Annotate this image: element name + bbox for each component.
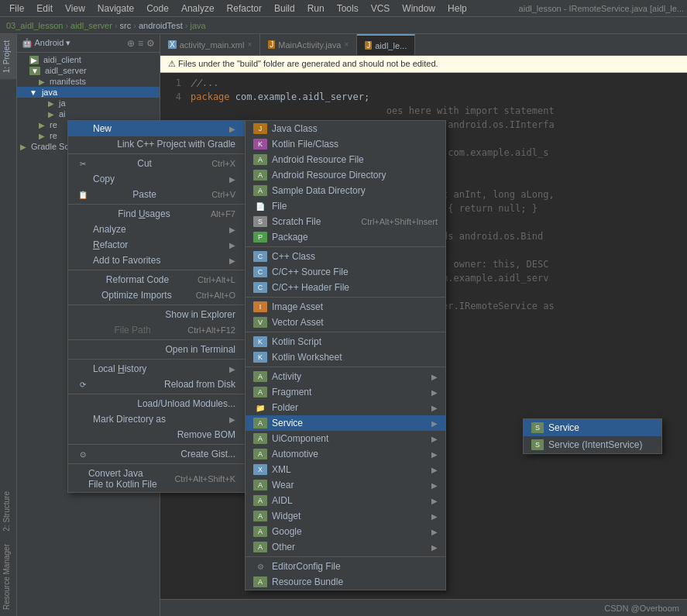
sub-item-java-class[interactable]: J Java Class [246, 121, 445, 136]
sub-item-kotlin-script[interactable]: K Kotlin Script [246, 334, 445, 349]
ctx-item-cut[interactable]: ✂ Cut Ctrl+X [68, 156, 245, 171]
panel-icon-collapse[interactable]: ≡ [138, 38, 143, 49]
ctx-item-gist[interactable]: ⊙ Create Gist... [68, 446, 245, 462]
ctx-item-paste[interactable]: 📋 Paste Ctrl+V [68, 187, 245, 202]
ctx-item-mark-dir[interactable]: Mark Directory as ▶ [68, 411, 245, 427]
ctx-item-file-path[interactable]: File Path Ctrl+Alt+F12 [68, 322, 245, 338]
menu-edit[interactable]: Edit [30, 2, 59, 15]
sub-item-package[interactable]: P Package [246, 229, 445, 245]
separator [68, 305, 245, 305]
tab-close-icon[interactable]: × [344, 40, 349, 49]
menu-view[interactable]: View [59, 2, 91, 15]
menu-vcs[interactable]: VCS [365, 2, 397, 15]
sub-item-automotive[interactable]: A Automotive ▶ [246, 446, 445, 462]
menu-file[interactable]: File [3, 2, 30, 15]
sub-item-resource-bundle[interactable]: A Resource Bundle [246, 574, 445, 590]
ctx-item-add-favorites[interactable]: Add to Favorites ▶ [68, 253, 245, 268]
tree-item-ai[interactable]: ▶ ai [17, 108, 160, 119]
java-icon: J [268, 40, 275, 49]
sub-item-activity[interactable]: A Activity ▶ [246, 369, 445, 384]
ctx-item-find-usages[interactable]: Find Usages Alt+F7 [68, 206, 245, 222]
ctx-item-load-unload[interactable]: Load/Unload Modules... [68, 396, 245, 411]
ctx-item-local-history[interactable]: Local History ▶ [68, 361, 245, 377]
sub-item-aidl[interactable]: A AIDL ▶ [246, 493, 445, 508]
tab-mainactivity[interactable]: J MainActivity.java × [260, 34, 357, 55]
tab-aidl[interactable]: J aidl_le... [357, 34, 415, 55]
menu-refactor[interactable]: Refactor [221, 2, 268, 15]
menu-code[interactable]: Code [140, 2, 175, 15]
svc-item-service[interactable]: S Service [524, 419, 661, 436]
service-icon: A [253, 418, 267, 428]
sub-item-fragment[interactable]: A Fragment ▶ [246, 384, 445, 400]
sub-item-folder[interactable]: 📁 Folder ▶ [246, 400, 445, 415]
tree-item-aidl-server[interactable]: ▼ aidl_server [17, 65, 160, 76]
svc-item-intent-service[interactable]: S Service (IntentService) [524, 436, 661, 453]
ctx-item-terminal[interactable]: Open in Terminal [68, 342, 245, 357]
arrow-icon: ▶ [431, 466, 438, 474]
sub-item-google[interactable]: A Google ▶ [246, 524, 445, 539]
sub-item-file[interactable]: 📄 File [246, 198, 445, 214]
tab-close-icon[interactable]: × [247, 40, 252, 49]
tree-item-ja[interactable]: ▶ ja [17, 98, 160, 108]
sub-item-widget[interactable]: A Widget ▶ [246, 508, 445, 524]
separator [68, 359, 245, 360]
sub-item-image-asset[interactable]: I Image Asset [246, 299, 445, 315]
android-icon: A [253, 185, 267, 196]
menu-help[interactable]: Help [441, 2, 473, 15]
sub-item-editorconfig[interactable]: ⚙ EditorConfig File [246, 559, 445, 574]
sidebar-tab-structure[interactable]: 2: Structure [0, 485, 16, 538]
tab-activity-main[interactable]: X activity_main.xml × [160, 34, 260, 55]
panel-icon-sync[interactable]: ⊕ [127, 38, 135, 49]
sub-item-android-resource-dir[interactable]: A Android Resource Directory [246, 167, 445, 183]
menu-window[interactable]: Window [396, 2, 441, 15]
menu-navigate[interactable]: Navigate [91, 2, 140, 15]
tree-item-aidi-client[interactable]: ▶ aidi_client [17, 54, 160, 65]
menu-tools[interactable]: Tools [331, 2, 365, 15]
reload-icon: ⟳ [77, 380, 88, 389]
sub-item-scratch[interactable]: S Scratch File Ctrl+Alt+Shift+Insert [246, 214, 445, 229]
ctx-item-refactor[interactable]: Refactor ▶ [68, 237, 245, 253]
ctx-item-reload[interactable]: ⟳ Reload from Disk [68, 377, 245, 392]
ctx-item-reformat[interactable]: Reformat Code Ctrl+Alt+L [68, 272, 245, 287]
sub-item-kotlin-worksheet[interactable]: K Kotlin Worksheet [246, 349, 445, 365]
sidebar-tab-project[interactable]: 1: Project [0, 34, 16, 79]
separator [68, 204, 245, 205]
ctx-item-link-cpp[interactable]: Link C++ Project with Gradle [68, 136, 245, 152]
arrow-icon: ▶ [229, 175, 235, 184]
sub-item-cpp-class[interactable]: C C++ Class [246, 249, 445, 264]
sub-item-uicomponent[interactable]: A UiComponent ▶ [246, 431, 445, 446]
sub-item-cpp-source[interactable]: C C/C++ Source File [246, 264, 445, 280]
sub-item-other[interactable]: A Other ▶ [246, 539, 445, 555]
arrow-icon: ▶ [431, 528, 438, 536]
android-icon: ▶ [29, 56, 39, 64]
sub-item-cpp-header[interactable]: C C/C++ Header File [246, 280, 445, 295]
code-line: 4 package com.example.aidl_server; [160, 90, 687, 104]
menu-build[interactable]: Build [268, 2, 301, 15]
warning-icon: ⚠ [168, 59, 176, 68]
ctx-item-optimize[interactable]: Optimize Imports Ctrl+Alt+O [68, 287, 245, 303]
sub-item-kotlin-class[interactable]: K Kotlin File/Class [246, 136, 445, 152]
sub-item-wear[interactable]: A Wear ▶ [246, 477, 445, 493]
sidebar-tab-resource[interactable]: Resource Manager [0, 538, 16, 616]
ctx-item-convert-kotlin[interactable]: Convert Java File to Kotlin File Ctrl+Al… [68, 466, 245, 492]
ctx-item-remove-bom[interactable]: Remove BOM [68, 427, 245, 442]
ctx-item-analyze[interactable]: Analyze ▶ [68, 222, 245, 237]
menu-analyze[interactable]: Analyze [175, 2, 221, 15]
uicomponent-icon: A [253, 433, 267, 444]
arrow-icon: ▶ [431, 497, 438, 505]
tree-item-java[interactable]: ▼ java [17, 87, 160, 98]
ctx-item-new[interactable]: New ▶ [68, 121, 245, 136]
ctx-item-show-explorer[interactable]: Show in Explorer [68, 307, 245, 322]
sub-item-android-resource-file[interactable]: A Android Resource File [246, 152, 445, 167]
warning-bar: ⚠ Files under the "build" folder are gen… [160, 56, 687, 73]
sub-item-xml[interactable]: X XML ▶ [246, 462, 445, 477]
folder-icon: ▼ [29, 88, 37, 97]
context-menu: New ▶ Link C++ Project with Gradle ✂ Cut… [67, 120, 246, 493]
tree-item-manifests[interactable]: ▶ manifests [17, 76, 160, 87]
sub-item-sample-data[interactable]: A Sample Data Directory [246, 183, 445, 198]
sub-item-vector-asset[interactable]: V Vector Asset [246, 315, 445, 330]
panel-icon-settings[interactable]: ⚙ [146, 38, 155, 49]
menu-run[interactable]: Run [301, 2, 331, 15]
ctx-item-copy[interactable]: Copy ▶ [68, 171, 245, 187]
sub-item-service[interactable]: A Service ▶ [246, 415, 445, 431]
